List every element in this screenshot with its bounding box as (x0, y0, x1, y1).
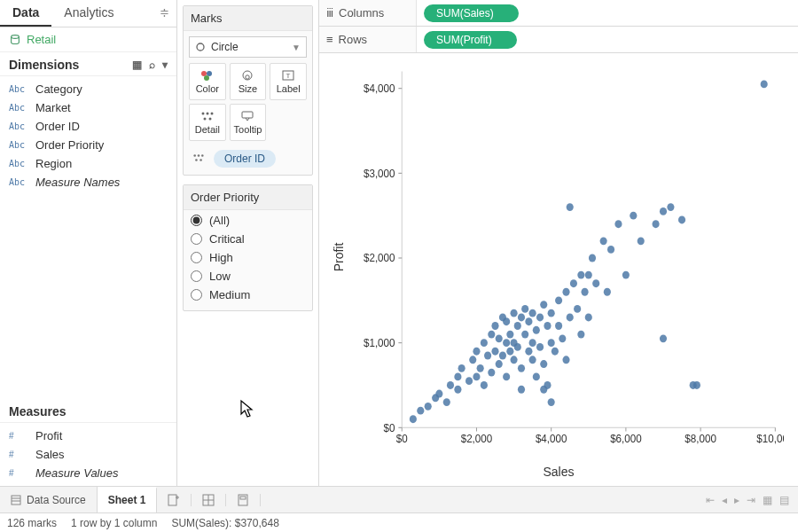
data-point[interactable] (600, 237, 607, 245)
field-sales[interactable]: #Sales (0, 445, 176, 464)
data-point[interactable] (559, 334, 566, 342)
filter-option-low[interactable]: Low (191, 270, 305, 283)
data-point[interactable] (540, 360, 547, 368)
new-dashboard-button[interactable] (192, 494, 226, 506)
nav-first-icon[interactable]: ⇤ (706, 494, 715, 506)
data-point[interactable] (529, 356, 536, 364)
data-point[interactable] (488, 369, 495, 377)
data-point[interactable] (481, 339, 488, 347)
nav-last-icon[interactable]: ⇥ (747, 494, 755, 506)
data-point[interactable] (443, 398, 450, 406)
data-point[interactable] (555, 296, 562, 304)
data-point[interactable] (548, 309, 555, 317)
detail-button[interactable]: Detail (189, 104, 226, 141)
data-point[interactable] (604, 288, 611, 296)
data-point[interactable] (518, 314, 525, 322)
data-point[interactable] (466, 377, 473, 385)
data-point[interactable] (518, 364, 525, 372)
data-point[interactable] (660, 334, 667, 342)
scatter-plot[interactable]: $0$1,000$2,000$3,000$4,000$0$2,000$4,000… (355, 62, 784, 456)
tab-data[interactable]: Data (0, 0, 51, 27)
filter-option-medium[interactable]: Medium (191, 288, 305, 301)
field-measure-names[interactable]: AbcMeasure Names (0, 173, 176, 192)
data-point[interactable] (678, 216, 685, 224)
data-point[interactable] (592, 279, 599, 287)
tab-menu-button[interactable]: ≑ (153, 0, 176, 27)
data-point[interactable] (630, 212, 637, 220)
data-point[interactable] (503, 339, 510, 347)
data-point[interactable] (510, 309, 517, 317)
filter-option-critical[interactable]: Critical (191, 232, 305, 246)
data-point[interactable] (496, 360, 503, 368)
filter-option-all[interactable]: (All) (191, 214, 305, 227)
data-point[interactable] (536, 343, 544, 351)
data-point[interactable] (458, 364, 466, 372)
data-point[interactable] (540, 301, 547, 309)
data-point[interactable] (622, 271, 630, 279)
data-point[interactable] (562, 288, 569, 296)
data-point[interactable] (496, 334, 503, 342)
show-sorter-icon[interactable]: ▤ (779, 494, 789, 506)
data-point[interactable] (503, 372, 510, 380)
data-point[interactable] (506, 348, 513, 356)
data-point[interactable] (491, 348, 498, 356)
color-button[interactable]: Color (189, 63, 226, 100)
chart-area[interactable]: Profit $0$1,000$2,000$3,000$4,000$0$2,00… (319, 53, 798, 461)
field-category[interactable]: AbcCategory (0, 80, 176, 98)
fields-menu-icon[interactable]: ▾ (162, 59, 168, 71)
data-point[interactable] (521, 331, 528, 339)
data-point[interactable] (533, 372, 540, 380)
rows-pill[interactable]: SUM(Profit) (424, 31, 517, 49)
filter-option-high[interactable]: High (191, 251, 305, 264)
sheet-tab[interactable]: Sheet 1 (98, 487, 158, 512)
data-point[interactable] (410, 415, 417, 423)
data-point[interactable] (582, 288, 589, 296)
data-point[interactable] (693, 381, 700, 389)
data-point[interactable] (574, 305, 581, 313)
label-button[interactable]: T Label (270, 63, 307, 100)
field-market[interactable]: AbcMarket (0, 98, 176, 117)
data-point[interactable] (469, 356, 476, 364)
data-point[interactable] (499, 352, 506, 360)
new-worksheet-button[interactable] (157, 494, 192, 506)
data-point[interactable] (454, 372, 461, 380)
tab-analytics[interactable]: Analytics (51, 0, 126, 27)
field-region[interactable]: AbcRegion (0, 154, 176, 173)
data-point[interactable] (425, 403, 432, 411)
data-point[interactable] (488, 331, 495, 339)
data-point[interactable] (491, 322, 498, 330)
data-point[interactable] (567, 203, 574, 211)
data-source-tab[interactable]: Data Source (0, 487, 98, 512)
data-point[interactable] (548, 398, 555, 406)
field-order-priority[interactable]: AbcOrder Priority (0, 136, 176, 154)
data-point[interactable] (552, 348, 559, 356)
data-point[interactable] (761, 80, 768, 88)
data-point[interactable] (503, 317, 510, 325)
mark-type-dropdown[interactable]: Circle ▼ (189, 36, 307, 58)
data-point[interactable] (589, 254, 596, 262)
nav-prev-icon[interactable]: ◂ (722, 494, 727, 506)
data-point[interactable] (525, 348, 532, 356)
data-point[interactable] (555, 322, 562, 330)
data-point[interactable] (473, 372, 480, 380)
data-point[interactable] (521, 305, 528, 313)
data-point[interactable] (544, 322, 551, 330)
data-point[interactable] (510, 356, 517, 364)
data-point[interactable] (529, 309, 536, 317)
data-point[interactable] (514, 343, 521, 351)
data-point[interactable] (533, 326, 540, 334)
data-point[interactable] (518, 386, 525, 394)
data-point[interactable] (638, 237, 645, 245)
data-point[interactable] (653, 220, 660, 228)
data-point[interactable] (417, 407, 424, 415)
columns-pill[interactable]: SUM(Sales) (424, 4, 519, 22)
data-point[interactable] (562, 356, 569, 364)
data-point[interactable] (536, 314, 544, 322)
datasource-row[interactable]: Retail (0, 27, 176, 52)
data-point[interactable] (525, 317, 532, 325)
data-point[interactable] (454, 386, 461, 394)
show-filmstrip-icon[interactable]: ▦ (763, 494, 772, 506)
nav-next-icon[interactable]: ▸ (734, 494, 739, 506)
data-point[interactable] (473, 348, 480, 356)
data-point[interactable] (614, 220, 622, 228)
